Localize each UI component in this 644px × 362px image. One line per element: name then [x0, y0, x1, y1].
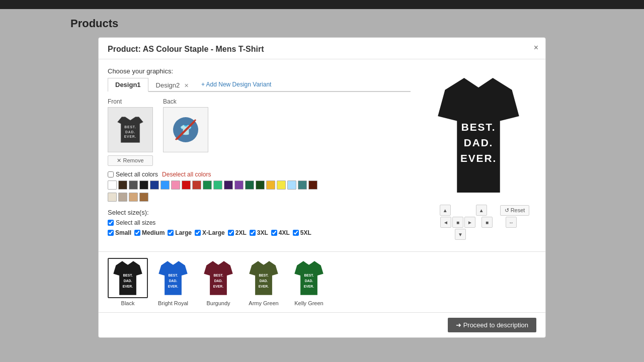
color-swatch-tan[interactable] [118, 193, 127, 202]
color-variant-black[interactable]: BEST.DAD.EVER.Black [108, 258, 148, 306]
page-background: Products Product: AS Colour Staple - Men… [0, 9, 644, 362]
size-checkbox-3xl[interactable] [250, 230, 256, 236]
controls-bot-row: ▼ [443, 229, 514, 240]
scale-up-button[interactable]: ▲ [476, 205, 487, 216]
color-swatch-violet[interactable] [234, 180, 244, 190]
move-center-button[interactable]: ■ [452, 217, 463, 228]
svg-marker-21 [249, 261, 278, 295]
color-variant-preview: BEST.DAD.EVER. [244, 258, 284, 298]
color-swatch-natural[interactable] [108, 193, 117, 202]
modal-close-button[interactable]: × [534, 44, 538, 52]
no-print-overlay [173, 117, 198, 142]
color-variant-label: Kelly Green [294, 300, 323, 306]
color-swatch-red-1[interactable] [182, 180, 191, 190]
select-all-colors-checkbox[interactable] [108, 171, 114, 177]
size-option-4xl[interactable]: 4XL [271, 229, 290, 236]
color-swatch-gold[interactable] [266, 180, 275, 190]
svg-text:DAD.: DAD. [305, 279, 313, 283]
select-all-sizes-label[interactable]: Select all sizes [108, 219, 155, 226]
color-variant-label: Army Green [249, 300, 278, 306]
size-checkbox-5xl[interactable] [293, 230, 299, 236]
select-all-size-row: Select all sizes [108, 219, 411, 226]
select-all-colors-label[interactable]: Select all colors [108, 171, 158, 178]
color-variant-preview: BEST.DAD.EVER. [153, 258, 193, 298]
svg-text:EVER.: EVER. [259, 285, 269, 288]
size-checkbox-4xl[interactable] [271, 230, 277, 236]
sizes-section: Select size(s): Select all sizes SmallMe… [108, 209, 411, 236]
color-variant-bright-royal[interactable]: BEST.DAD.EVER.Bright Royal [153, 258, 193, 306]
color-swatch-black[interactable] [139, 180, 148, 190]
size-option-3xl[interactable]: 3XL [250, 229, 268, 236]
svg-text:BEST.: BEST. [123, 274, 132, 277]
svg-text:EVER.: EVER. [124, 135, 137, 138]
color-swatch-pink[interactable] [171, 180, 180, 190]
color-swatch-red-2[interactable] [192, 180, 201, 190]
size-option-2xl[interactable]: 2XL [228, 229, 247, 236]
color-swatch-sky-blue[interactable] [160, 180, 170, 190]
color-swatch-purple[interactable] [224, 180, 233, 190]
color-variant-burgundy[interactable]: BEST.DAD.EVER.Burgundy [198, 258, 238, 306]
svg-marker-25 [294, 261, 323, 295]
scale-width-button[interactable]: ↔ [506, 217, 517, 228]
move-left-button[interactable]: ◄ [440, 217, 451, 228]
size-option-small[interactable]: Small [108, 229, 131, 236]
reset-button[interactable]: ↺ Reset [500, 205, 530, 216]
page-title: Products [70, 17, 574, 30]
size-option-5xl[interactable]: 5XL [293, 229, 311, 236]
close-tab-icon[interactable]: ✕ [184, 82, 189, 88]
color-variant-kelly-green[interactable]: BEST.DAD.EVER.Kelly Green [289, 258, 329, 306]
add-design-link[interactable]: + Add New Design Variant [201, 81, 272, 88]
color-swatch-dark-brown[interactable] [118, 180, 127, 190]
color-swatch-sand[interactable] [129, 193, 138, 202]
size-checkbox-2xl[interactable] [228, 230, 234, 236]
sizes-label: Select size(s): [108, 209, 411, 216]
color-swatch-charcoal[interactable] [129, 180, 138, 190]
size-option-medium[interactable]: Medium [134, 229, 165, 236]
svg-line-4 [176, 120, 196, 140]
move-down-button[interactable]: ▼ [455, 229, 466, 240]
modal-right-panel: BEST. DAD. EVER. ▲ ▲ ↺ Rese [421, 67, 536, 243]
size-option-large[interactable]: Large [168, 229, 192, 236]
color-swatch-light-blue[interactable] [287, 180, 296, 190]
size-checkbox-medium[interactable] [134, 230, 140, 236]
color-swatch-caramel[interactable] [139, 193, 148, 202]
color-variant-army-green[interactable]: BEST.DAD.EVER.Army Green [244, 258, 284, 306]
svg-text:EVER.: EVER. [168, 285, 178, 288]
product-modal: Product: AS Colour Staple - Mens T-Shirt… [98, 37, 546, 338]
color-swatch-yellow[interactable] [277, 180, 286, 190]
scale-center-button[interactable]: ■ [481, 217, 493, 228]
size-checkbox-large[interactable] [168, 230, 174, 236]
size-checkbox-small[interactable] [108, 230, 114, 236]
color-swatch-maroon[interactable] [308, 180, 317, 190]
size-checkbox-x-large[interactable] [195, 230, 201, 236]
color-swatch-white[interactable] [108, 180, 117, 190]
deselect-all-link[interactable]: Deselect all colors [162, 171, 211, 178]
svg-text:BEST.: BEST. [168, 274, 178, 277]
color-swatch-green-1[interactable] [203, 180, 212, 190]
svg-text:DAD.: DAD. [260, 279, 268, 283]
color-swatch-forest[interactable] [245, 180, 254, 190]
graphics-label: Choose your graphics: [108, 67, 411, 75]
front-shirt-svg: BEST. DAD. EVER. [113, 112, 147, 148]
size-option-x-large[interactable]: X-Large [195, 229, 225, 236]
modal-header: Product: AS Colour Staple - Mens T-Shirt… [99, 38, 545, 59]
svg-text:DAD.: DAD. [125, 130, 135, 134]
remove-button[interactable]: ✕ Remove [108, 155, 153, 166]
move-up-button[interactable]: ▲ [440, 205, 451, 216]
color-variant-preview: BEST.DAD.EVER. [198, 258, 238, 298]
colors-section: Select all colors Deselect all colors [108, 171, 411, 202]
svg-text:BEST.: BEST. [461, 121, 496, 133]
color-swatch-teal-dark[interactable] [298, 180, 307, 190]
color-swatch-teal[interactable] [213, 180, 222, 190]
svg-text:EVER.: EVER. [213, 285, 223, 288]
modal-footer: ➜ Proceed to description [99, 312, 545, 337]
select-all-sizes-checkbox[interactable] [108, 220, 114, 226]
tab-design1[interactable]: Design1 [108, 78, 148, 92]
tab-design2[interactable]: Design2 ✕ [148, 78, 196, 92]
proceed-button[interactable]: ➜ Proceed to description [448, 318, 536, 332]
svg-text:BEST.: BEST. [259, 274, 268, 277]
color-swatch-navy[interactable] [150, 180, 159, 190]
color-swatch-dark-green[interactable] [256, 180, 265, 190]
svg-text:DAD.: DAD. [464, 137, 494, 148]
move-right-button[interactable]: ► [464, 217, 475, 228]
